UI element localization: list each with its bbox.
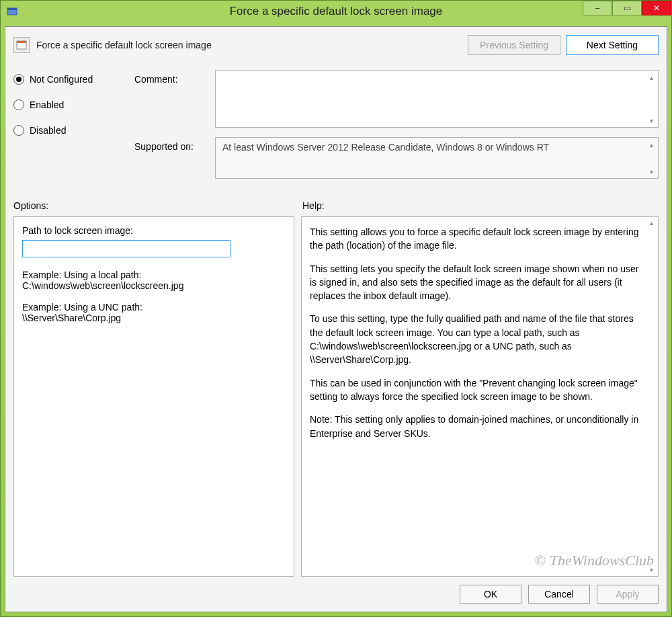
supported-text: At least Windows Server 2012 Release Can… <box>215 137 659 179</box>
minimize-button[interactable]: – <box>583 1 612 15</box>
fields-column: Comment: ▴ ▾ Supported on: At least Wind… <box>134 70 659 188</box>
scroll-down-icon[interactable]: ▾ <box>646 565 657 575</box>
titlebar[interactable]: Force a specific default lock screen ima… <box>1 1 671 22</box>
path-input[interactable] <box>22 240 230 257</box>
section-labels: Options: Help: <box>13 200 659 211</box>
svg-rect-3 <box>17 41 26 43</box>
help-scrollbar[interactable]: ▴ ▾ <box>646 218 657 575</box>
window-frame: Force a specific default lock screen ima… <box>0 0 672 617</box>
radio-icon <box>13 99 24 110</box>
radio-icon <box>13 125 24 136</box>
example-label: Example: Using a local path: <box>22 270 286 280</box>
window-title: Force a specific default lock screen ima… <box>1 5 671 18</box>
previous-setting-button[interactable]: Previous Setting <box>468 35 560 55</box>
state-radio-group: Not Configured Enabled Disabled <box>13 70 134 136</box>
example-value: C:\windows\web\screen\lockscreen.jpg <box>22 280 286 291</box>
help-heading: Help: <box>302 200 325 211</box>
example-value: \\Server\Share\Corp.jpg <box>22 313 286 323</box>
client-area: Force a specific default lock screen ima… <box>5 26 667 612</box>
caption-buttons: – ▭ ✕ <box>583 1 671 15</box>
scroll-up-icon[interactable]: ▴ <box>646 139 657 150</box>
help-paragraph: To use this setting, type the fully qual… <box>310 312 642 366</box>
scroll-up-icon[interactable]: ▴ <box>646 72 657 83</box>
ok-button[interactable]: OK <box>460 585 521 604</box>
example-unc: Example: Using a UNC path: \\Server\Shar… <box>22 302 286 323</box>
radio-icon <box>13 74 24 85</box>
comment-row: Comment: ▴ ▾ <box>134 70 659 128</box>
options-panel: Path to lock screen image: Example: Usin… <box>13 216 294 577</box>
cancel-button[interactable]: Cancel <box>528 585 590 604</box>
header-row: Force a specific default lock screen ima… <box>13 35 659 55</box>
app-icon <box>6 5 18 17</box>
scroll-up-icon[interactable]: ▴ <box>646 218 657 229</box>
supported-value: At least Windows Server 2012 Release Can… <box>222 142 549 153</box>
supported-row: Supported on: At least Windows Server 20… <box>134 137 659 179</box>
comment-label: Comment: <box>134 70 215 128</box>
policy-title: Force a specific default lock screen ima… <box>36 40 212 50</box>
maximize-button[interactable]: ▭ <box>612 1 642 15</box>
help-paragraph: This can be used in conjunction with the… <box>310 376 642 404</box>
help-panel: This setting allows you to force a speci… <box>301 216 659 577</box>
help-paragraph: This setting lets you specify the defaul… <box>310 262 642 303</box>
panels-row: Path to lock screen image: Example: Usin… <box>13 216 659 577</box>
radio-label: Not Configured <box>30 74 93 85</box>
radio-label: Disabled <box>30 125 66 136</box>
next-setting-button[interactable]: Next Setting <box>566 35 659 55</box>
path-label: Path to lock screen image: <box>22 225 286 236</box>
options-heading: Options: <box>13 200 302 211</box>
radio-disabled[interactable]: Disabled <box>13 125 134 136</box>
example-local: Example: Using a local path: C:\windows\… <box>22 270 286 291</box>
scroll-down-icon[interactable]: ▾ <box>646 115 657 126</box>
supported-label: Supported on: <box>134 137 215 179</box>
dialog-footer: OK Cancel Apply <box>13 585 659 604</box>
policy-icon <box>13 37 30 53</box>
scroll-down-icon[interactable]: ▾ <box>646 166 657 177</box>
close-button[interactable]: ✕ <box>642 1 671 15</box>
state-row: Not Configured Enabled Disabled Comment:… <box>13 70 659 188</box>
apply-button[interactable]: Apply <box>597 585 659 604</box>
comment-textarea[interactable]: ▴ ▾ <box>215 70 659 128</box>
radio-enabled[interactable]: Enabled <box>13 99 134 110</box>
radio-label: Enabled <box>30 99 64 110</box>
help-paragraph: This setting allows you to force a speci… <box>310 225 642 253</box>
svg-rect-1 <box>7 8 17 10</box>
help-paragraph: Note: This setting only applies to domai… <box>310 413 642 440</box>
example-label: Example: Using a UNC path: <box>22 302 286 313</box>
radio-not-configured[interactable]: Not Configured <box>13 74 134 85</box>
